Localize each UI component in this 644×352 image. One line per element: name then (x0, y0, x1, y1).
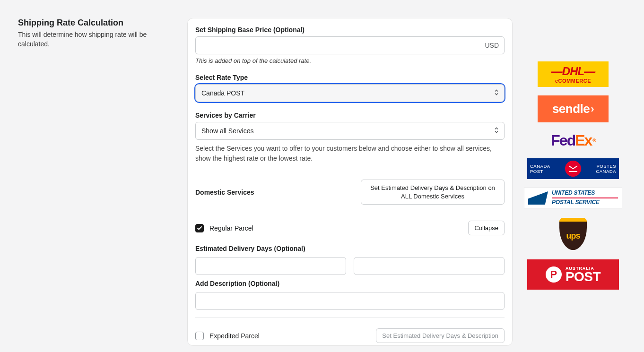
rate-type-select[interactable]: Canada POST (195, 84, 505, 102)
section-title: Shipping Rate Calculation (18, 18, 176, 28)
updown-icon (494, 127, 499, 136)
expedited-parcel-checkbox[interactable] (195, 332, 204, 340)
canada-post-circle-icon (565, 161, 581, 177)
divider (195, 318, 505, 318)
carrier-logos: —DHL— eCOMMERCE sendle› FedEx® CANADA PO… (524, 18, 622, 346)
est-days-max-input[interactable] (354, 257, 505, 275)
regular-parcel-label: Regular Parcel (209, 224, 253, 232)
ups-logo: ups (538, 217, 609, 251)
shipping-form-card: Set Shipping Base Price (Optional) USD T… (187, 18, 513, 346)
canada-post-logo: CANADA POST POSTES CANADA (527, 158, 619, 179)
services-helper-text: Select the Services you want to offer to… (195, 144, 505, 163)
check-icon (197, 225, 202, 231)
ups-shield-icon: ups (559, 218, 587, 250)
rate-type-value: Canada POST (201, 89, 244, 97)
dhl-logo: —DHL— eCOMMERCE (538, 61, 609, 87)
base-price-helper: This is added on top of the calculated r… (195, 57, 505, 64)
sendle-logo: sendle› (538, 95, 609, 122)
base-price-label: Set Shipping Base Price (Optional) (195, 26, 505, 34)
est-days-label: Estimated Delivery Days (Optional) (195, 245, 505, 252)
domestic-services-label: Domestic Services (195, 189, 254, 196)
description-input[interactable] (195, 292, 505, 310)
expedited-parcel-label: Expedited Parcel (209, 332, 260, 340)
section-description: This will determine how shipping rate wi… (18, 30, 176, 49)
est-days-min-input[interactable] (195, 257, 346, 275)
set-days-single-button[interactable]: Set Estimated Delivery Days & Descriptio… (376, 328, 505, 343)
australia-post-circle-icon: P (546, 266, 562, 283)
fedex-logo: FedEx® (538, 131, 609, 150)
usps-logo: UNITED STATES POSTAL SERVICE (524, 188, 622, 208)
services-by-carrier-select[interactable]: Show all Services (195, 122, 505, 140)
services-by-carrier-label: Services by Carrier (195, 112, 505, 119)
add-desc-label: Add Description (Optional) (195, 280, 505, 287)
base-price-input[interactable] (195, 36, 505, 54)
dhl-main-text: —DHL— (551, 65, 595, 78)
updown-icon (494, 89, 499, 98)
set-days-all-button[interactable]: Set Estimated Delivery Days & Descriptio… (361, 180, 505, 205)
collapse-button[interactable]: Collapse (468, 221, 505, 235)
currency-label: USD (485, 42, 499, 49)
usps-eagle-icon (528, 191, 548, 205)
dhl-sub-text: eCOMMERCE (555, 78, 591, 84)
australia-post-logo: P AUSTRALIA POST (527, 259, 619, 290)
rate-type-label: Select Rate Type (195, 74, 505, 81)
regular-parcel-checkbox[interactable] (195, 224, 204, 232)
services-by-carrier-value: Show all Services (201, 127, 254, 135)
